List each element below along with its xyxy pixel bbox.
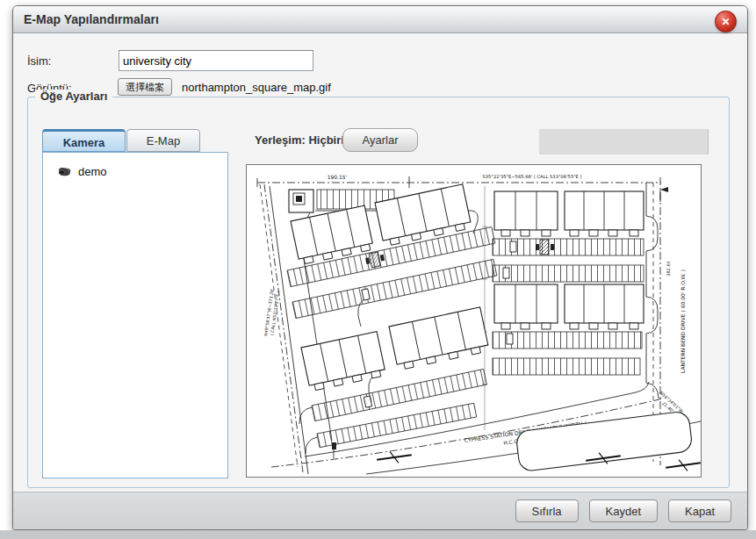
tab-kamera[interactable]: Kamera	[42, 129, 126, 152]
site-plan-image: 190.15' S35°22'35"E~565.68' ( CALL S33°0…	[247, 165, 701, 477]
camera-icon	[57, 166, 72, 177]
map-bearing-top: S35°22'35"E~565.68' ( CALL S33°08'55"E )	[482, 174, 581, 179]
close-button[interactable]: Kapat	[668, 499, 731, 522]
map-dim-right: 382.60	[666, 261, 671, 277]
emap-config-dialog: E-Map Yapılandırmaları ✕ İsim: Görüntü: …	[12, 5, 748, 530]
map-preview-panel: 190.15' S35°22'35"E~565.68' ( CALL S33°0…	[246, 164, 702, 478]
dialog-titlebar: E-Map Yapılandırmaları	[13, 6, 747, 33]
buildings-right	[493, 191, 644, 375]
map-dim-top: 190.15'	[328, 174, 348, 180]
tree-item-label: demo	[78, 165, 107, 178]
tree-item-demo[interactable]: demo	[43, 153, 227, 178]
reset-button[interactable]: Sıfırla	[515, 499, 579, 522]
dialog-title: E-Map Yapılandırmaları	[24, 12, 159, 26]
camera-tree[interactable]: demo	[42, 152, 228, 478]
buildings-left	[287, 184, 497, 448]
tab-emap[interactable]: E-Map	[126, 129, 200, 152]
choose-file-button[interactable]: 選擇檔案	[118, 78, 172, 96]
settings-button[interactable]: Ayarlar	[342, 128, 418, 152]
close-icon[interactable]: ✕	[715, 11, 737, 32]
close-glyph: ✕	[721, 16, 730, 28]
item-settings-groupbox: Öğe Ayarları Kamera E-Map demo Yerleşim:…	[27, 97, 730, 488]
cypress-station-drive	[271, 382, 701, 474]
dialog-footer: Sıfırla Kaydet Kapat	[13, 492, 747, 529]
name-input[interactable]	[119, 50, 313, 71]
save-button[interactable]: Kaydet	[589, 499, 658, 522]
name-label: İsim:	[27, 54, 51, 68]
toolbar-strip	[539, 129, 709, 155]
layout-label: Yerleşim: Hiçbiri	[255, 133, 344, 147]
map-street-right: LANTERN BEND DRIVE ( 60.00' R.O.W. )	[680, 270, 686, 373]
background-strip	[0, 530, 756, 539]
groupbox-legend: Öğe Ayarları	[35, 90, 112, 103]
image-filename: northampton_square_map.gif	[182, 81, 331, 94]
